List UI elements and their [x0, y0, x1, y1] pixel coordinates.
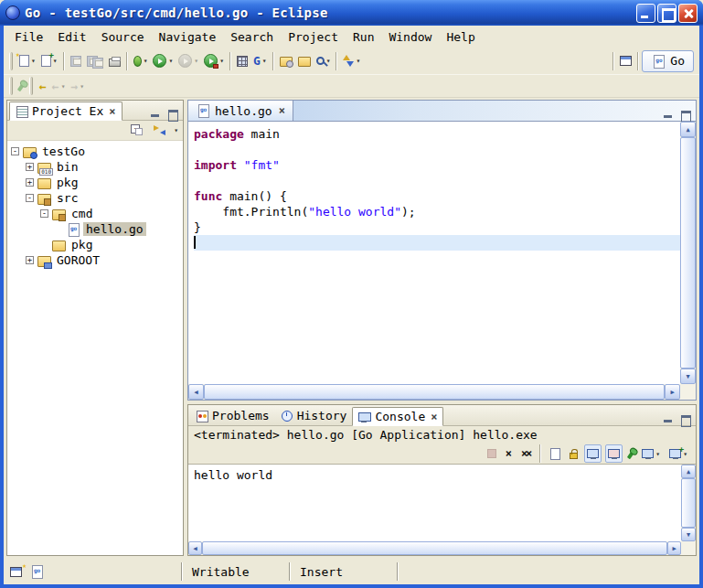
go-perspective-button[interactable]: Go	[642, 50, 694, 72]
open-folder-button[interactable]	[295, 50, 314, 72]
back-button[interactable]: ← ▾	[49, 75, 69, 97]
tab-console[interactable]: Console×	[352, 407, 443, 426]
scroll-up-icon[interactable]: ▲	[680, 122, 696, 137]
maximize-view-button[interactable]	[679, 413, 691, 425]
scroll-left-icon[interactable]: ◀	[188, 541, 202, 555]
tree-item-pkg[interactable]: +pkg	[7, 175, 183, 190]
pin-editor-button[interactable]	[16, 75, 26, 97]
print-button[interactable]	[106, 50, 123, 72]
close-icon[interactable]: ×	[277, 105, 285, 116]
tree-expander-icon[interactable]: -	[26, 194, 34, 202]
project-tree[interactable]: -testGo+bin+pkg-src-cmdhello.gopkg+GOROO…	[7, 141, 183, 555]
show-stdout-button[interactable]	[584, 444, 602, 463]
minimize-view-button[interactable]	[149, 108, 161, 120]
scroll-down-icon[interactable]: ▼	[680, 369, 696, 384]
tab-project-explorer[interactable]: Project Ex ×	[9, 102, 122, 121]
minimize-button[interactable]	[636, 4, 655, 23]
titlebar[interactable]: Go - testGo/src/cmd/hello.go - Eclipse	[0, 0, 703, 26]
maximize-view-button[interactable]	[679, 109, 691, 121]
view-menu-button[interactable]: ▾	[174, 126, 178, 134]
editor-vertical-scrollbar[interactable]: ▲ ▼	[680, 122, 696, 384]
collapse-all-button[interactable]	[128, 122, 145, 140]
tree-expander-icon[interactable]: -	[40, 209, 48, 218]
close-icon[interactable]: ×	[429, 412, 437, 422]
scroll-right-icon[interactable]: ▶	[665, 384, 680, 400]
menubar: FileEditSourceNavigateSearchProjectRunWi…	[4, 26, 699, 48]
scrollbar-thumb[interactable]	[202, 541, 667, 555]
tree-item-src[interactable]: -src	[7, 190, 183, 206]
display-console-button[interactable]: ▾	[639, 444, 663, 463]
scroll-lock-button[interactable]	[567, 444, 581, 463]
save-all-button[interactable]	[84, 50, 106, 72]
toolbar-grip[interactable]	[29, 77, 33, 95]
link-with-editor-button[interactable]	[151, 122, 168, 140]
open-archive-button[interactable]	[277, 50, 295, 72]
menu-item-window[interactable]: Window	[381, 28, 439, 46]
toolbar-grip[interactable]	[9, 77, 13, 95]
menu-item-search[interactable]: Search	[223, 28, 281, 46]
run-button[interactable]: ▾	[150, 50, 176, 72]
menu-item-file[interactable]: File	[7, 28, 50, 46]
close-button[interactable]	[678, 4, 698, 23]
maximize-button[interactable]	[657, 4, 676, 23]
menu-item-help[interactable]: Help	[439, 28, 482, 46]
menu-item-run[interactable]: Run	[346, 28, 381, 46]
remove-launch-button[interactable]: ×	[503, 444, 515, 463]
scroll-right-icon[interactable]: ▶	[667, 541, 681, 555]
remove-all-launches-button[interactable]: ××	[518, 444, 533, 463]
tree-expander-icon[interactable]: +	[26, 178, 34, 187]
editor-horizontal-scrollbar[interactable]: ◀ ▶	[188, 384, 680, 400]
tree-expander-icon[interactable]: +	[26, 163, 34, 171]
tab-hello-go[interactable]: hello.go ×	[188, 101, 293, 121]
team-sync-button[interactable]: ▾	[340, 50, 363, 72]
new-button[interactable]: ★ ▾	[16, 50, 38, 72]
tab-problems[interactable]: Problems	[190, 406, 275, 425]
last-edit-location-button[interactable]: ←	[37, 75, 49, 97]
new-go-file-button[interactable]: + ▾	[38, 50, 60, 72]
show-stderr-button[interactable]	[605, 444, 623, 463]
tree-item-hello-go[interactable]: hello.go	[7, 221, 183, 237]
tree-expander-icon[interactable]: -	[11, 147, 19, 155]
tree-item-bin[interactable]: +bin	[7, 159, 183, 175]
tree-item-pkg[interactable]: pkg	[7, 237, 183, 252]
scrollbar-thumb[interactable]	[681, 478, 696, 528]
toolbar-grip[interactable]	[9, 52, 13, 70]
console-vertical-scrollbar[interactable]: ▲ ▼	[681, 465, 696, 541]
minimize-view-button[interactable]	[662, 413, 674, 425]
open-perspective-button[interactable]	[617, 50, 634, 72]
new-go-element-button[interactable]	[234, 50, 250, 72]
tree-item-testgo[interactable]: -testGo	[7, 144, 183, 159]
scroll-down-icon[interactable]: ▼	[681, 528, 696, 541]
tree-item-cmd[interactable]: -cmd	[7, 206, 183, 221]
menu-item-navigate[interactable]: Navigate	[152, 28, 224, 46]
open-console-button[interactable]: + ▾	[666, 444, 690, 463]
scroll-left-icon[interactable]: ◀	[188, 384, 204, 400]
terminate-button[interactable]	[485, 444, 499, 463]
go-tools-button[interactable]: G ▾	[250, 50, 270, 72]
menu-item-edit[interactable]: Edit	[50, 28, 93, 46]
run-history-button[interactable]: ▾	[176, 50, 201, 72]
scroll-up-icon[interactable]: ▲	[681, 465, 696, 478]
maximize-view-button[interactable]	[166, 108, 178, 120]
console-horizontal-scrollbar[interactable]: ◀ ▶	[188, 541, 681, 555]
tree-expander-icon[interactable]: +	[26, 256, 34, 264]
minimize-view-button[interactable]	[662, 109, 674, 121]
debug-button[interactable]: ▾	[131, 50, 151, 72]
clear-console-button[interactable]	[548, 444, 563, 463]
console-output[interactable]: hello world	[188, 465, 681, 541]
menu-item-project[interactable]: Project	[281, 28, 346, 46]
search-button[interactable]: ▾	[314, 50, 334, 72]
forward-button[interactable]: → ▾	[68, 75, 87, 97]
scrollbar-thumb[interactable]	[204, 384, 665, 400]
dropdown-arrow-icon: ▾	[80, 82, 84, 91]
scrollbar-thumb[interactable]	[680, 137, 696, 369]
tree-item-goroot[interactable]: +GOROOT	[7, 252, 183, 268]
close-icon[interactable]: ×	[107, 106, 115, 117]
pin-console-button[interactable]	[626, 444, 635, 463]
fast-view-button[interactable]: ★	[10, 567, 22, 577]
code-area[interactable]: package mainimport "fmt"func main() { fm…	[188, 122, 680, 384]
menu-item-source[interactable]: Source	[94, 28, 152, 46]
tab-history[interactable]: History	[275, 406, 353, 425]
save-button[interactable]	[68, 50, 84, 72]
external-tools-button[interactable]: ▾	[201, 50, 227, 72]
